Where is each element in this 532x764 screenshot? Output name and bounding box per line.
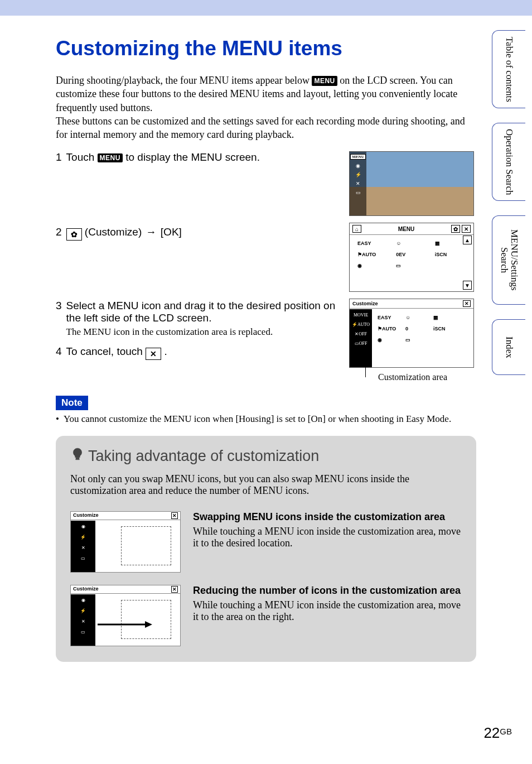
step-2-text-b: [OK] xyxy=(161,226,182,238)
step-2: 2 ✿ (Customize) → [OK] xyxy=(56,226,339,241)
step-number: 3 xyxy=(56,300,62,312)
screenshots-column: MENU ◉ ⚡ ✕ ▭ ⌂ MENU ✿ ✕ EASY xyxy=(349,151,476,382)
tab-label: MENU/Settings Search xyxy=(499,216,519,304)
close-icon: ✕ xyxy=(462,225,471,233)
menu-item: 0EV xyxy=(396,252,427,257)
page-region: GB xyxy=(500,727,512,736)
note-list: • You cannot customize the MENU icon whe… xyxy=(56,414,476,425)
menu-chip-icon: MENU xyxy=(350,154,365,160)
side-item: ✕ xyxy=(81,545,85,550)
menu-item: ☺ xyxy=(396,241,427,246)
step-3: 3 Select a MENU icon and drag it to the … xyxy=(56,300,339,338)
movie-icon: ◉ xyxy=(356,163,360,169)
header-bar xyxy=(0,0,532,16)
menu-item: EASY xyxy=(357,241,388,246)
tip-illustration-reduce: Customize✕ ◉ ⚡ ✕ ▭ xyxy=(70,585,181,646)
tab-label: Operation Search xyxy=(504,129,514,195)
close-icon: ✕ xyxy=(463,300,471,307)
menu-item: ▦ xyxy=(435,241,466,246)
tip-illustration-swap: Customize✕ ◉ ⚡ ✕ ▭ xyxy=(70,511,181,573)
menu-item: ⚑AUTO xyxy=(378,326,398,331)
step-number: 2 xyxy=(56,226,62,238)
customize-label: Customize xyxy=(73,586,99,593)
step-3-text: Select a MENU icon and drag it to the de… xyxy=(66,300,336,324)
screenshot-customize: Customize ✕ MOVIE ⚡AUTO ✕OFF ▭OFF EASY ☺… xyxy=(349,299,474,368)
timer-icon: ✕ xyxy=(356,181,360,186)
tip-intro: Not only can you swap MENU icons, but yo… xyxy=(70,473,462,497)
arrow-icon: → xyxy=(145,226,158,238)
menu-title: MENU xyxy=(398,226,414,232)
customization-area-caption: Customization area xyxy=(349,372,476,382)
tab-table-of-contents[interactable]: Table of contents xyxy=(492,30,525,108)
close-icon: ✕ xyxy=(171,586,178,593)
side-item: ⚡AUTO xyxy=(352,322,370,327)
menu-item: ◉ xyxy=(378,337,398,343)
tip-section-reduce: Customize✕ ◉ ⚡ ✕ ▭ Reducing the number o… xyxy=(70,585,462,646)
side-nav-tabs: Table of contents Operation Search MENU/… xyxy=(492,30,525,375)
gear-icon: ✿ xyxy=(66,228,82,241)
side-item: ◉ xyxy=(81,598,85,603)
screenshot-menu: ⌂ MENU ✿ ✕ EASY ☺ ▦ ⚑AUTO 0EV iSCN ◉ ▭ xyxy=(349,223,474,292)
tip-heading-reduce: Reducing the number of icons in the cust… xyxy=(193,585,462,597)
menu-item: iSCN xyxy=(433,326,453,331)
menu-item: ▭ xyxy=(396,263,427,268)
menu-chip-icon: MENU xyxy=(312,76,337,86)
side-item: ▭ xyxy=(81,556,85,561)
intro-part3: These buttons can be customized and the … xyxy=(56,116,465,140)
menu-item: EASY xyxy=(378,315,398,320)
tip-heading-swap: Swapping MENU icons inside the customiza… xyxy=(193,511,462,523)
svg-rect-1 xyxy=(76,458,80,459)
side-item: ✕OFF xyxy=(355,331,367,337)
note-text: You cannot customize the MENU icon when … xyxy=(64,414,451,425)
flash-icon: ⚡ xyxy=(355,172,361,177)
step-1-text-b: to display the MENU screen. xyxy=(125,151,260,163)
menu-item: ▦ xyxy=(433,315,453,320)
home-icon: ⌂ xyxy=(352,225,361,233)
tip-box: Taking advantage of customization Not on… xyxy=(56,436,476,662)
tab-index[interactable]: Index xyxy=(492,319,525,375)
step-2-text-a: (Customize) xyxy=(85,226,142,238)
side-item: ⚡ xyxy=(80,608,86,613)
menu-item: ◉ xyxy=(357,263,388,268)
tab-operation-search[interactable]: Operation Search xyxy=(492,123,525,201)
page-content: Customizing the MENU items During shooti… xyxy=(0,16,532,662)
step-number: 1 xyxy=(56,151,62,164)
svg-marker-3 xyxy=(145,621,152,628)
lightbulb-icon xyxy=(70,447,85,465)
side-item: ⚡ xyxy=(80,535,86,540)
intro-part1: During shooting/playback, the four MENU … xyxy=(56,75,312,86)
tip-paragraph-reduce: While touching a MENU icon inside the cu… xyxy=(193,599,462,623)
menu-item: 0 xyxy=(405,326,425,331)
step-4: 4 To cancel, touch ✕ . xyxy=(56,345,339,360)
tab-label: Table of contents xyxy=(504,37,514,102)
burst-icon: ▭ xyxy=(356,190,361,195)
steps-area: 1 Touch MENU to display the MENU screen.… xyxy=(56,151,476,382)
step-number: 4 xyxy=(56,345,62,358)
screenshot-shooting: MENU ◉ ⚡ ✕ ▭ xyxy=(349,151,474,216)
step-1-text-a: Touch xyxy=(66,151,95,163)
tip-section-swap: Customize✕ ◉ ⚡ ✕ ▭ Swapping MENU icons i… xyxy=(70,511,462,573)
step-3-subtext: The MENU icon in the customization area … xyxy=(66,326,339,338)
customize-label: Customize xyxy=(73,512,99,519)
page-number-value: 22 xyxy=(483,724,500,741)
menu-item: ⚑AUTO xyxy=(357,252,388,257)
customize-title: Customize xyxy=(352,301,378,306)
steps-column: 1 Touch MENU to display the MENU screen.… xyxy=(56,151,339,382)
side-item: MOVIE xyxy=(354,313,368,318)
tab-menu-settings-search[interactable]: MENU/Settings Search xyxy=(492,215,525,305)
scroll-down-icon: ▼ xyxy=(463,281,472,290)
intro-paragraph: During shooting/playback, the four MENU … xyxy=(56,74,476,141)
menu-item: ▭ xyxy=(405,337,425,343)
close-icon: ✕ xyxy=(171,512,178,519)
note-badge: Note xyxy=(56,396,88,410)
step-4-text-b: . xyxy=(164,345,167,357)
gear-icon: ✿ xyxy=(451,225,460,233)
scroll-up-icon: ▲ xyxy=(463,236,472,244)
close-icon: ✕ xyxy=(146,348,161,360)
side-item: ▭ xyxy=(81,630,85,635)
tip-title-row: Taking advantage of customization xyxy=(70,447,462,465)
side-item: ◉ xyxy=(81,524,85,529)
page-title: Customizing the MENU items xyxy=(56,37,476,60)
menu-chip-icon: MENU xyxy=(98,153,123,162)
arrow-icon xyxy=(98,619,153,630)
